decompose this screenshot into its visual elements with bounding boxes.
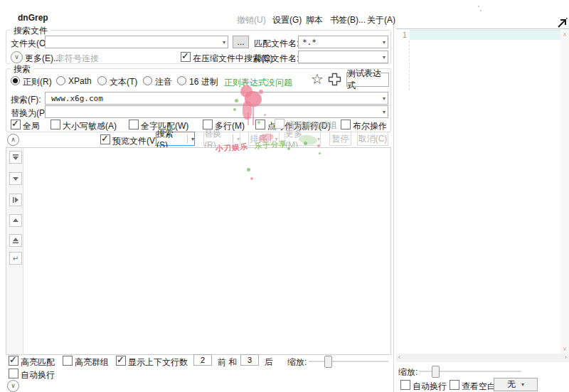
preview-zoom-slider-thumb[interactable] xyxy=(432,366,440,378)
replace-with-combobox[interactable]: ▾ xyxy=(45,105,388,118)
previous-file-button[interactable] xyxy=(9,234,22,247)
preview-file-label[interactable]: 预览文件(V) xyxy=(112,135,158,147)
preview-file-checkbox[interactable] xyxy=(100,134,110,144)
search-type-text-label[interactable]: 文本(T) xyxy=(110,76,137,88)
expand-bottom-panel-button[interactable]: ∨ xyxy=(7,380,19,392)
dot-as-newline-checkbox[interactable] xyxy=(255,120,265,129)
search-type-phonetic-radio[interactable] xyxy=(143,76,152,85)
previous-match-button[interactable] xyxy=(9,214,22,227)
search-archives-checkbox[interactable] xyxy=(181,52,191,62)
add-bookmark-icon[interactable] xyxy=(328,73,341,86)
replace-button-label: 替换(R) xyxy=(204,128,229,150)
highlight-groups-checkbox[interactable] xyxy=(63,356,73,366)
scroll-right-icon[interactable]: › xyxy=(565,354,567,361)
results-zoom-slider-thumb[interactable] xyxy=(324,356,332,368)
menu-settings[interactable]: 设置(G) xyxy=(272,14,302,26)
sort-button: 排序 ▾ xyxy=(248,132,280,146)
results-word-wrap-label[interactable]: 自动换行 xyxy=(21,369,55,381)
scroll-left-icon[interactable]: ‹ xyxy=(398,354,400,361)
exclude-filename-label: 排除文件名: xyxy=(254,53,299,65)
open-preview-window-icon[interactable] xyxy=(555,17,568,29)
more-options-expander[interactable]: ∨ xyxy=(11,51,23,63)
scroll-up-icon[interactable]: ∧ xyxy=(563,31,567,38)
scroll-down-icon[interactable]: ∨ xyxy=(563,346,567,352)
context-before-input[interactable] xyxy=(193,354,212,366)
results-nav-strip: ↵ xyxy=(7,149,23,354)
menu-script[interactable]: 脚本 xyxy=(306,14,323,26)
results-word-wrap-checkbox[interactable] xyxy=(9,369,18,378)
line-number: 1 xyxy=(402,31,407,40)
search-type-regex-label[interactable]: 正则(R) xyxy=(23,76,52,88)
results-area: ↵ xyxy=(6,147,391,355)
match-filename-combobox[interactable]: *.* ▾ xyxy=(298,36,388,48)
preview-zoom-label: 缩放: xyxy=(398,366,418,378)
more-button: 更多(M) ▾ xyxy=(284,132,321,146)
dngrep-window: dnGrep 撤销(U) 设置(G) 脚本 书签(B)... 关于(A) 搜索文… xyxy=(0,0,569,392)
watermark-speck xyxy=(478,6,479,7)
button-separator xyxy=(187,134,188,143)
preview-word-wrap-label[interactable]: 自动换行 xyxy=(413,381,447,392)
match-filename-label: 匹配文件名: xyxy=(254,38,299,50)
show-context-label[interactable]: 显示上下文行数 xyxy=(128,356,188,369)
pause-button: 暂停 xyxy=(329,132,351,146)
collapse-top-panel-button[interactable]: ∧ xyxy=(7,134,19,146)
search-type-xpath-radio[interactable] xyxy=(56,76,65,85)
highlight-match-checkbox[interactable] xyxy=(9,356,18,366)
chevron-down-icon[interactable]: ▾ xyxy=(383,39,385,46)
case-sensitive-label[interactable]: 大小写敏感(A) xyxy=(63,120,117,132)
folder-combobox[interactable]: ▾ xyxy=(45,36,228,48)
bar-down-arrow-icon xyxy=(12,154,19,161)
preview-vertical-scrollbar[interactable]: ∧ ∨ xyxy=(560,29,569,354)
regex-status-message: 正则表达式没问题 xyxy=(224,77,292,89)
search-type-text-radio[interactable] xyxy=(97,76,107,85)
search-type-xpath-label[interactable]: XPath xyxy=(68,76,92,86)
show-context-checkbox[interactable] xyxy=(116,356,126,366)
chevron-down-icon[interactable]: ▾ xyxy=(383,109,385,115)
context-after-input[interactable] xyxy=(240,354,259,366)
search-for-combobox[interactable]: www.x6g.com ▾ xyxy=(45,92,388,105)
menu-about[interactable]: 关于(A) xyxy=(367,14,395,26)
panel-splitter[interactable] xyxy=(393,24,394,392)
search-button-label: 搜索(S) xyxy=(156,128,184,150)
search-type-hex-radio[interactable] xyxy=(177,76,186,85)
chevron-down-icon: ▾ xyxy=(275,136,277,142)
return-arrow-icon: ↵ xyxy=(13,255,18,263)
show-whitespace-checkbox[interactable] xyxy=(450,380,459,390)
watermark-speck xyxy=(480,10,482,11)
test-expression-button[interactable]: 测试表达式 xyxy=(346,73,389,87)
whole-word-checkbox[interactable] xyxy=(129,120,139,129)
bookmark-star-icon[interactable]: ☆ xyxy=(311,70,324,88)
chevron-down-icon[interactable]: ▾ xyxy=(383,95,385,102)
preview-horizontal-scrollbar[interactable]: ‹ › xyxy=(396,354,569,362)
chevron-down-icon: ▾ xyxy=(317,136,320,142)
next-file-button[interactable] xyxy=(9,151,22,164)
chevron-down-icon[interactable]: ▾ xyxy=(223,39,225,46)
highlight-dropdown[interactable]: 无 ▾ xyxy=(494,378,538,391)
results-zoom-label: 缩放: xyxy=(287,356,307,369)
search-button[interactable]: 搜索(S) ▾ xyxy=(156,132,195,146)
search-type-phonetic-label[interactable]: 注音 xyxy=(155,76,172,88)
global-label[interactable]: 全局 xyxy=(23,120,40,132)
highlight-groups-label[interactable]: 高亮群组 xyxy=(75,356,109,369)
search-type-hex-label[interactable]: 16 进制 xyxy=(189,76,218,88)
preview-word-wrap-checkbox[interactable] xyxy=(400,380,410,390)
chevron-down-icon[interactable]: ▾ xyxy=(191,136,194,142)
highlight-match-label[interactable]: 高亮匹配 xyxy=(21,356,55,369)
case-sensitive-checkbox[interactable] xyxy=(50,120,60,129)
chevron-down-icon[interactable]: ▾ xyxy=(383,54,385,60)
boolean-operators-checkbox[interactable] xyxy=(341,120,351,129)
results-zoom-slider-track[interactable] xyxy=(309,361,388,362)
app-title: dnGrep xyxy=(18,13,48,23)
current-match-button[interactable] xyxy=(9,194,22,206)
sort-button-label: 排序 xyxy=(250,133,267,145)
search-type-regex-radio[interactable] xyxy=(11,76,20,85)
browse-button[interactable]: ... xyxy=(233,36,249,48)
global-checkbox[interactable] xyxy=(11,120,21,129)
next-match-button[interactable] xyxy=(9,172,22,185)
preview-editor[interactable]: 1 ∧ ∨ xyxy=(396,28,569,354)
menu-bookmarks[interactable]: 书签(B)... xyxy=(330,14,366,26)
boolean-operators-label[interactable]: 布尔操作 xyxy=(353,120,387,132)
exclude-filename-combobox[interactable]: ▾ xyxy=(298,51,388,63)
bar-up-arrow-icon xyxy=(12,237,19,244)
wrap-lines-button[interactable]: ↵ xyxy=(9,252,22,265)
